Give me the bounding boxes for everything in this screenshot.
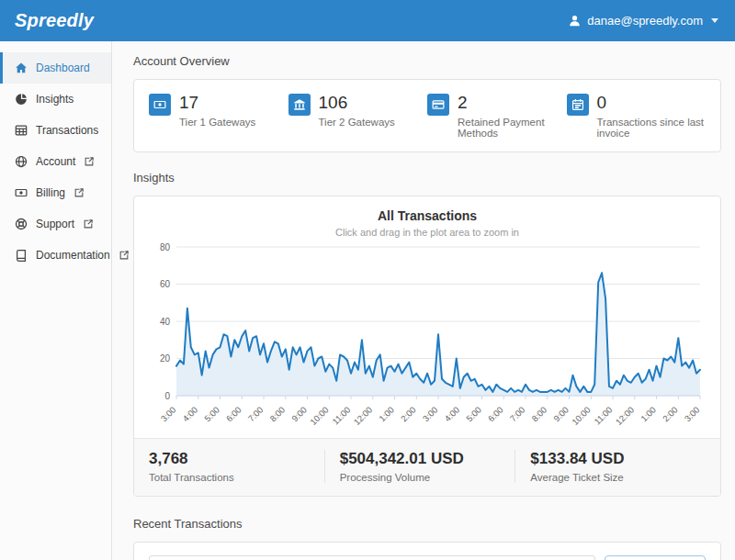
sidebar-item-account[interactable]: Account — [0, 146, 111, 177]
svg-text:9:00: 9:00 — [289, 405, 309, 424]
summary-label: Processing Volume — [340, 472, 515, 483]
insights-card: All Transactions Click and drag in the p… — [133, 196, 721, 497]
summary-stat: 3,768Total Transactions — [149, 450, 324, 483]
svg-text:6:00: 6:00 — [224, 405, 243, 424]
top-bar: Spreedly danae@spreedly.com — [0, 0, 735, 41]
sidebar-item-label: Billing — [36, 186, 65, 199]
svg-text:8:00: 8:00 — [267, 405, 287, 424]
spreedly-logo: Spreedly — [15, 10, 94, 31]
chart-subtitle: Click and drag in the plot area to zoom … — [134, 227, 720, 238]
svg-text:7:00: 7:00 — [508, 405, 527, 424]
overview-stat: 2Retained Payment Methods — [427, 93, 567, 139]
main-content: Account Overview 17Tier 1 Gateways106Tie… — [112, 41, 735, 560]
svg-text:12:00: 12:00 — [614, 405, 637, 428]
home-icon — [15, 62, 28, 74]
svg-text:1:00: 1:00 — [377, 405, 396, 424]
summary-stat: $133.84 USDAverage Ticket Size — [514, 450, 706, 483]
summary-label: Total Transactions — [149, 472, 324, 483]
external-link-icon — [85, 157, 94, 166]
sidebar-item-label: Transactions — [36, 124, 98, 137]
sidebar-item-label: Account — [36, 155, 75, 168]
sidebar-item-support[interactable]: Support — [0, 208, 111, 240]
stat-value: 106 — [319, 93, 395, 113]
svg-text:5:00: 5:00 — [464, 405, 483, 424]
chart-title: All Transactions — [134, 208, 720, 223]
overview-stat: 0Transactions since last invoice — [567, 93, 707, 139]
summary-label: Average Ticket Size — [530, 472, 706, 483]
svg-text:6:00: 6:00 — [486, 405, 505, 424]
summary-value: 3,768 — [149, 450, 324, 468]
svg-text:11:00: 11:00 — [330, 405, 352, 427]
money-icon — [149, 94, 171, 116]
external-link-icon — [84, 219, 93, 229]
svg-text:80: 80 — [160, 242, 171, 252]
svg-text:11:00: 11:00 — [592, 405, 614, 427]
svg-text:3:00: 3:00 — [683, 405, 702, 424]
chevron-down-icon — [711, 18, 718, 23]
globe-icon — [15, 155, 28, 168]
stat-label: Retained Payment Methods — [458, 117, 567, 139]
svg-text:5:00: 5:00 — [202, 405, 221, 424]
money-icon — [15, 186, 28, 199]
sidebar-item-documentation[interactable]: Documentation — [0, 240, 111, 271]
insights-summary: 3,768Total Transactions$504,342.01 USDPr… — [134, 438, 720, 496]
book-icon — [15, 249, 28, 262]
svg-text:40: 40 — [160, 317, 171, 327]
transactions-chart[interactable]: 0204060803:004:005:006:007:008:009:0010:… — [149, 240, 707, 434]
table-icon — [15, 124, 28, 137]
sidebar: DashboardInsightsTransactionsAccountBill… — [0, 41, 112, 560]
sidebar-item-label: Dashboard — [36, 62, 90, 74]
svg-text:12:00: 12:00 — [352, 405, 375, 428]
credit-card-icon — [427, 94, 449, 116]
svg-text:3:00: 3:00 — [159, 405, 178, 424]
svg-text:4:00: 4:00 — [180, 405, 199, 424]
life-ring-icon — [15, 218, 28, 230]
svg-text:1:00: 1:00 — [639, 405, 658, 424]
insights-title: Insights — [133, 171, 721, 185]
user-menu[interactable]: danae@spreedly.com — [569, 14, 718, 28]
summary-value: $133.84 USD — [530, 450, 706, 468]
summary-stat: $504,342.01 USDProcessing Volume — [324, 450, 515, 483]
transaction-search-button[interactable]: Search — [605, 555, 706, 560]
svg-text:2:00: 2:00 — [399, 405, 418, 424]
svg-text:3:00: 3:00 — [421, 405, 440, 424]
stat-label: Tier 1 Gateways — [179, 117, 255, 128]
external-link-icon — [74, 188, 84, 197]
overview-stat: 106Tier 2 Gateways — [288, 93, 428, 139]
overview-stat: 17Tier 1 Gateways — [149, 93, 288, 139]
svg-text:9:00: 9:00 — [551, 405, 571, 424]
transaction-search-input[interactable] — [149, 555, 595, 560]
svg-text:0: 0 — [164, 391, 170, 401]
user-email: danae@spreedly.com — [587, 14, 703, 28]
svg-text:10:00: 10:00 — [308, 405, 331, 428]
stat-value: 0 — [597, 93, 707, 113]
svg-text:20: 20 — [160, 353, 171, 364]
stat-value: 17 — [179, 93, 255, 113]
sidebar-item-label: Insights — [36, 93, 74, 106]
svg-text:10:00: 10:00 — [570, 405, 593, 428]
stat-value: 2 — [458, 93, 567, 113]
svg-text:8:00: 8:00 — [529, 405, 548, 424]
summary-value: $504,342.01 USD — [340, 450, 515, 468]
bank-icon — [288, 94, 311, 116]
sidebar-item-billing[interactable]: Billing — [0, 177, 111, 208]
stat-label: Tier 2 Gateways — [319, 117, 395, 128]
svg-text:2:00: 2:00 — [661, 405, 680, 424]
stat-label: Transactions since last invoice — [597, 117, 707, 139]
sidebar-item-label: Support — [36, 218, 74, 230]
sidebar-item-insights[interactable]: Insights — [0, 84, 111, 115]
recent-transactions-card: Search — [133, 542, 721, 560]
user-icon — [569, 15, 581, 27]
sidebar-item-transactions[interactable]: Transactions — [0, 115, 111, 146]
sidebar-item-label: Documentation — [36, 249, 110, 262]
pie-chart-icon — [15, 93, 28, 106]
account-overview-title: Account Overview — [133, 54, 721, 68]
account-overview-card: 17Tier 1 Gateways106Tier 2 Gateways2Reta… — [133, 79, 721, 152]
calendar-icon — [567, 94, 589, 116]
svg-text:60: 60 — [160, 279, 171, 289]
sidebar-item-dashboard[interactable]: Dashboard — [0, 52, 111, 84]
svg-text:4:00: 4:00 — [442, 405, 461, 424]
recent-transactions-title: Recent Transactions — [133, 517, 721, 531]
svg-text:7:00: 7:00 — [246, 405, 266, 424]
